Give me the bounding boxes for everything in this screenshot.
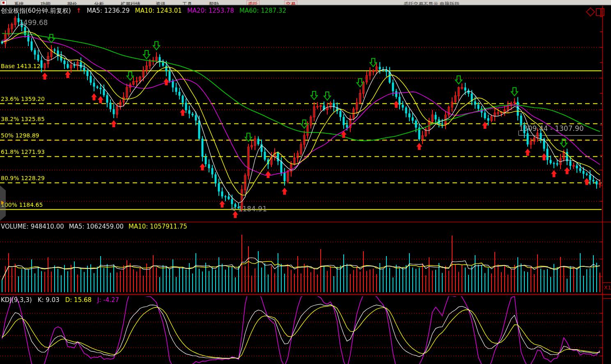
compression-x1-label[interactable]: X1 <box>604 284 611 291</box>
ma5-value: MA5: 1236.29 <box>87 7 130 14</box>
fib-level-label-0: Base 1413.12 <box>1 63 40 69</box>
kdj-name: KDJ(9,3,3) <box>1 296 32 304</box>
ma20-value: MA20: 1253.78 <box>187 7 234 14</box>
menu-bar: 系统功能报价分析扩展行情资讯工具帮助委托交易 委托交易不显示 电脑版指 <box>0 0 611 6</box>
kdj-k-value: K: 9.03 <box>38 296 60 304</box>
high-price-annotation: 1499.68 <box>19 18 48 27</box>
volume-ma5-value: MA5: 1062459.00 <box>69 223 124 230</box>
menu-item-4[interactable]: 扩展行情 <box>121 1 140 6</box>
menu-item-0[interactable]: 系统 <box>14 1 24 6</box>
volume-pane-header: VOLUME: 948410.00MA5: 1062459.00MA10: 10… <box>1 223 192 230</box>
ma60-value: MA60: 1287.32 <box>239 7 286 14</box>
left-panel-handle[interactable] <box>0 185 6 221</box>
expand-right-icon <box>1 201 4 205</box>
kdj-pane-header: KDJ(9,3,3)K: 9.03D: 15.68J: -4.27 <box>1 296 125 304</box>
symbol-title: 创业板指(60分钟.前复权) <box>1 7 71 14</box>
app-icon[interactable] <box>1 0 7 5</box>
chart-canvas[interactable] <box>0 0 611 364</box>
volume-ma10-value: MA10: 1057911.75 <box>129 223 187 230</box>
trading-app-window: 系统功能报价分析扩展行情资讯工具帮助委托交易 委托交易不显示 电脑版指 创业板指… <box>0 0 611 364</box>
chart-title-row: 创业板指(60分钟.前复权)↑MA5: 1236.29MA10: 1243.01… <box>1 7 292 15</box>
measure-range-annotation: 1309.44 - 1307.90 <box>519 124 584 133</box>
menu-item-1[interactable]: 功能 <box>41 1 51 6</box>
fib-level-label-5: 80.9% 1228.29 <box>1 175 45 181</box>
menu-item-red-0[interactable]: 委托 <box>246 0 260 6</box>
menu-item-5[interactable]: 资讯 <box>156 1 165 6</box>
menu-item-2[interactable]: 报价 <box>67 1 77 6</box>
ma10-value: MA10: 1243.01 <box>135 7 182 14</box>
low-price-annotation: < 1184.91 <box>230 205 267 213</box>
kdj-j-value: J: -4.27 <box>97 296 119 304</box>
kdj-d-value: D: 15.68 <box>65 296 92 304</box>
menu-item-red-1[interactable]: 交易 <box>284 0 297 6</box>
menu-item-6[interactable]: 工具 <box>182 1 192 6</box>
fib-level-label-6: 100% 1184.65 <box>1 201 43 208</box>
fib-level-label-1: 23.6% 1359.20 <box>1 96 45 102</box>
fib-level-label-3: 50% 1298.89 <box>1 132 39 139</box>
menu-item-3[interactable]: 分析 <box>94 1 104 6</box>
volume-value: VOLUME: 948410.00 <box>1 223 64 230</box>
up-arrow-icon: ↑ <box>76 7 82 14</box>
menu-item-7[interactable]: 帮助 <box>209 1 219 6</box>
fib-level-label-2: 38.2% 1325.85 <box>1 116 45 122</box>
menu-right-text: 委托交易不显示 电脑版指 <box>404 1 459 6</box>
fib-level-label-4: 61.8% 1271.93 <box>1 149 45 155</box>
